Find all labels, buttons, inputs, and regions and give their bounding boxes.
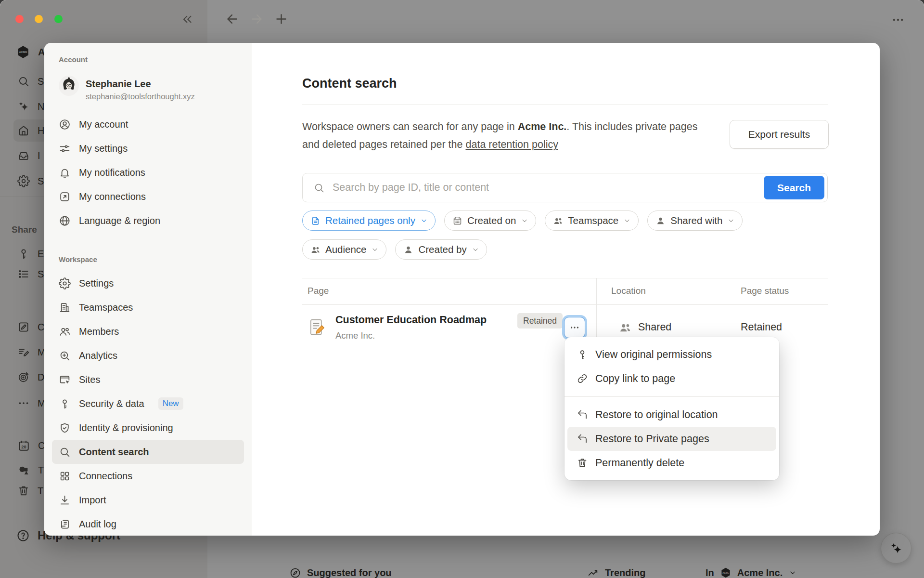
menu-item-copy-link[interactable]: Copy link to page	[567, 367, 776, 391]
settings-sidebar: Account Stephanie Lee stephanie@toolsfor…	[44, 43, 252, 536]
download-icon	[59, 494, 71, 506]
filter-chip-retained-pages-only[interactable]: Retained pages only	[302, 210, 436, 231]
row-actions-button[interactable]	[564, 317, 585, 338]
people-icon	[619, 321, 631, 334]
people-icon	[59, 326, 71, 338]
filter-chip-teamspace[interactable]: Teamspace	[545, 210, 639, 231]
sidebar-item-teamspaces[interactable]: Teamspaces	[52, 295, 244, 319]
workspace-name: Acme Inc.	[518, 121, 567, 132]
app-window: ACME A S N H I S Share E	[0, 0, 924, 578]
search-icon	[59, 446, 71, 458]
menu-item-view-original-permissions[interactable]: View original permissions	[567, 342, 776, 367]
person-icon	[655, 216, 666, 226]
grid-icon	[59, 470, 71, 482]
person-icon	[403, 245, 413, 255]
sidebar-item-my-account[interactable]: My account	[52, 112, 244, 136]
filter-chip-created-on[interactable]: Created on	[444, 210, 536, 231]
chevron-down-icon	[521, 217, 528, 224]
avatar	[59, 76, 79, 96]
scroll-icon	[59, 518, 71, 530]
sidebar-item-analytics[interactable]: Analytics	[52, 343, 244, 368]
search-icon	[313, 182, 325, 194]
sidebar-item-content-search[interactable]: Content search	[52, 440, 244, 464]
retained-badge: Retained	[517, 313, 563, 328]
export-results-button[interactable]: Export results	[730, 120, 829, 149]
account-items: My account My settings My notifications …	[44, 112, 252, 233]
filter-chip-audience[interactable]: Audience	[302, 239, 386, 260]
workspace-section-label: Workspace	[59, 255, 252, 264]
globe-icon	[59, 215, 71, 227]
arrow-out-box-icon	[59, 191, 71, 203]
filter-row-2: Audience Created by	[302, 239, 487, 260]
new-badge: New	[158, 397, 183, 410]
row-actions-menu: View original permissions Copy link to p…	[565, 337, 779, 480]
building-icon	[59, 302, 71, 314]
sidebar-item-sites[interactable]: Sites	[52, 368, 244, 392]
chevron-down-icon	[727, 217, 735, 224]
filter-chip-created-by[interactable]: Created by	[395, 239, 487, 260]
sidebar-item-members[interactable]: Members	[52, 319, 244, 343]
page-icon	[310, 216, 321, 226]
person-circle-icon	[59, 118, 71, 131]
restore-arrow-icon	[577, 433, 588, 445]
sidebar-item-security-data[interactable]: Security & data New	[52, 392, 244, 416]
account-section-label: Account	[59, 55, 252, 64]
sidebar-item-my-connections[interactable]: My connections	[52, 184, 244, 209]
title-divider	[302, 105, 828, 105]
chevron-down-icon	[623, 217, 631, 224]
sidebar-item-settings[interactable]: Settings	[52, 271, 244, 295]
search-input[interactable]	[332, 181, 755, 194]
link-icon	[577, 373, 588, 384]
workspace-items: Settings Teamspaces Members Analytics Si…	[44, 271, 252, 536]
sliders-icon	[59, 143, 71, 155]
user-email: stephanie@toolsforthought.xyz	[86, 92, 195, 101]
ellipsis-icon	[569, 322, 580, 333]
data-retention-policy-link[interactable]: data retention policy	[466, 139, 558, 150]
column-header-page-status: Page status	[741, 286, 789, 296]
sidebar-item-import[interactable]: Import	[52, 488, 244, 512]
table-top-border	[302, 278, 828, 278]
page-title: Content search	[302, 76, 397, 91]
memo-page-icon	[308, 318, 326, 337]
page-description: Workspace owners can search for any page…	[302, 118, 716, 154]
search-plus-icon	[59, 350, 71, 362]
menu-item-permanently-delete[interactable]: Permanently delete	[567, 451, 776, 475]
key-icon	[59, 398, 71, 410]
chevron-down-icon	[420, 217, 428, 224]
trash-icon	[577, 457, 588, 469]
screen: ACME A S N H I S Share E	[0, 0, 924, 578]
restore-arrow-icon	[577, 409, 588, 420]
search-button[interactable]: Search	[764, 176, 824, 199]
gear-icon	[59, 277, 71, 289]
sidebar-item-connections[interactable]: Connections	[52, 464, 244, 488]
table-header-border	[302, 304, 828, 305]
menu-item-restore-private-pages[interactable]: Restore to Private pages	[567, 427, 776, 451]
account-user: Stephanie Lee stephanie@toolsforthought.…	[59, 76, 252, 105]
browser-cursor-icon	[59, 374, 71, 386]
result-location: Shared	[638, 321, 671, 333]
result-page-title[interactable]: Customer Education Roadmap	[335, 314, 487, 326]
sidebar-item-my-settings[interactable]: My settings	[52, 136, 244, 160]
result-status: Retained	[741, 321, 782, 333]
chevron-down-icon	[371, 246, 379, 253]
sidebar-item-audit-log[interactable]: Audit log	[52, 512, 244, 536]
column-header-location: Location	[611, 286, 646, 296]
result-page-workspace: Acme Inc.	[335, 330, 375, 341]
sidebar-item-language-region[interactable]: Language & region	[52, 209, 244, 233]
menu-item-restore-original-location[interactable]: Restore to original location	[567, 403, 776, 427]
sidebar-item-identity-provisioning[interactable]: Identity & provisioning	[52, 416, 244, 440]
filter-row-1: Retained pages only Created on Teamspace…	[302, 210, 743, 231]
key-icon	[577, 349, 588, 360]
chevron-down-icon	[472, 246, 479, 253]
people-icon	[310, 245, 321, 255]
calendar-icon	[452, 216, 462, 226]
column-header-page: Page	[308, 286, 329, 296]
shield-check-icon	[59, 422, 71, 434]
filter-chip-shared-with[interactable]: Shared with	[647, 210, 743, 231]
menu-divider	[565, 396, 779, 397]
sidebar-item-my-notifications[interactable]: My notifications	[52, 160, 244, 184]
content-search-bar: Search	[302, 173, 828, 202]
people-icon	[553, 216, 563, 226]
bell-icon	[59, 167, 71, 179]
user-name: Stephanie Lee	[86, 79, 195, 90]
